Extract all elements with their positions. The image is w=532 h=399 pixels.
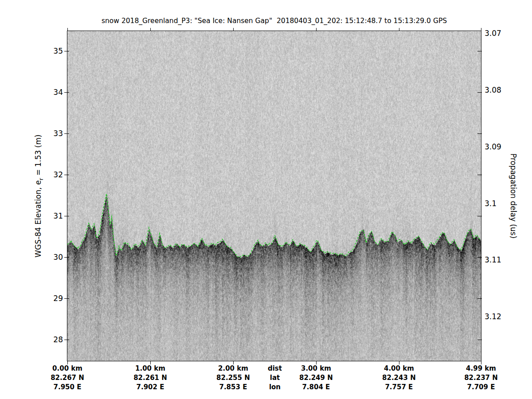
x-tick-label-lat: 82.255 N: [204, 373, 262, 382]
y-tick-mark: [64, 257, 69, 258]
y-tick-label: 31: [45, 211, 63, 220]
x-tick-label-lon: 7.709 E: [452, 383, 510, 391]
right-axis-label: Propagation delay (us): [509, 153, 518, 239]
delay-tick-label: 3.11: [485, 255, 511, 264]
x-tick-label-dist: 4.99 km: [452, 364, 510, 373]
x-tick-label-lat: 82.237 N: [452, 373, 510, 382]
y-tick-mark-right: [477, 257, 482, 258]
x-tick-label-lon: 7.950 E: [39, 383, 96, 391]
y-tick-label: 32: [45, 170, 63, 179]
y-tick-label: 28: [45, 335, 63, 344]
echogram-canvas[interactable]: [67, 31, 481, 361]
x-tick-mark-top: [67, 28, 68, 31]
x-tick-label-dist: 1.00 km: [121, 364, 179, 373]
y-tick-mark-right: [477, 51, 482, 51]
plot-area: [67, 31, 481, 361]
x-tick-label-lat: 82.249 N: [287, 373, 345, 382]
y-tick-mark: [64, 216, 69, 216]
delay-tick-label: 3.09: [485, 142, 511, 151]
x-tick-label-lon: 7.853 E: [204, 383, 262, 391]
left-axis-label-prefix: WGS-84 Elevation, e: [34, 180, 43, 257]
x-tick-mark-top: [233, 28, 234, 31]
echogram-figure: snow 2018_Greenland_P3: "Sea Ice: Nansen…: [0, 0, 532, 399]
y-tick-mark: [64, 175, 69, 175]
x-tick-label-dist: 3.00 km: [287, 364, 345, 373]
y-tick-mark-right: [477, 216, 482, 216]
y-tick-mark: [64, 92, 69, 93]
x-tick-label-dist: 2.00 km: [204, 364, 262, 373]
x-tick-mark-top: [399, 28, 399, 31]
x-tick-mark-top: [481, 28, 481, 31]
x-tick-label-dist: 4.00 km: [370, 364, 428, 373]
y-tick-mark: [64, 133, 69, 134]
delay-tick-label: 3.12: [485, 312, 511, 321]
y-tick-mark-right: [477, 175, 482, 175]
y-tick-label: 34: [45, 88, 63, 97]
x-tick-label-dist: 0.00 km: [39, 364, 96, 373]
x-tick-mark-top: [150, 28, 151, 31]
y-tick-mark-right: [477, 92, 482, 93]
left-axis-label-suffix: = 1.53 (m): [34, 134, 43, 178]
left-axis-label-subscript: r: [38, 178, 44, 180]
y-tick-mark-right: [477, 298, 482, 299]
x-tick-label-lat: 82.267 N: [39, 373, 96, 382]
y-tick-mark-right: [477, 133, 482, 134]
delay-tick-label: 3.1: [485, 199, 511, 208]
left-axis-label: WGS-84 Elevation, er = 1.53 (m): [34, 134, 44, 257]
chart-title: snow 2018_Greenland_P3: "Sea Ice: Nansen…: [67, 17, 481, 25]
y-tick-label: 35: [45, 47, 63, 55]
delay-tick-label: 3.08: [485, 86, 511, 94]
y-tick-mark-right: [477, 340, 482, 340]
x-tick-label-lon: 7.757 E: [370, 383, 428, 391]
y-tick-label: 29: [45, 294, 63, 303]
y-tick-mark: [64, 51, 69, 51]
y-tick-label: 30: [45, 253, 63, 262]
x-tick-label-lat: 82.261 N: [121, 373, 179, 382]
y-tick-mark: [64, 340, 69, 340]
y-tick-mark: [64, 298, 69, 299]
x-tick-label-lon: 7.902 E: [121, 383, 179, 391]
x-tick-mark-top: [316, 28, 317, 31]
x-tick-label-lat: 82.243 N: [370, 373, 428, 382]
y-tick-label: 33: [45, 129, 63, 138]
x-tick-label-lon: 7.804 E: [287, 383, 345, 391]
delay-tick-label: 3.07: [485, 29, 511, 38]
